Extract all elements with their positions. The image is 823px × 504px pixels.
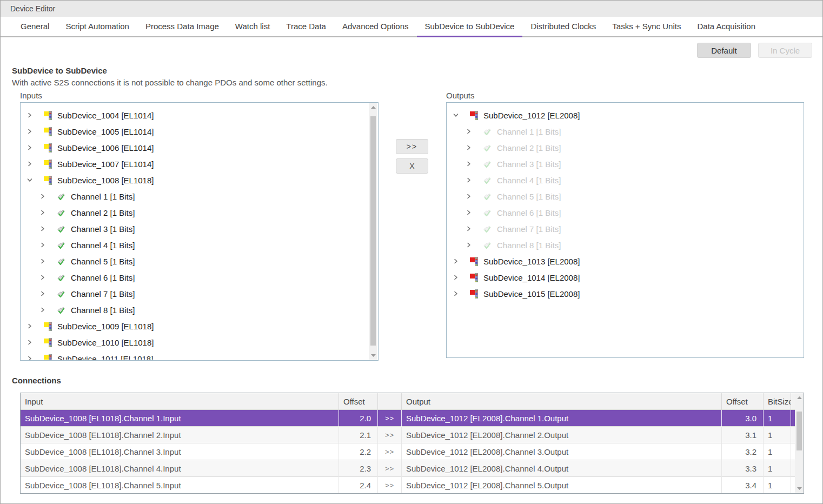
column-header-offset-in[interactable]: Offset <box>339 393 378 410</box>
channel-icon <box>57 241 66 250</box>
outputs-label: Outputs <box>446 91 475 100</box>
chevron-right-icon[interactable] <box>453 258 460 264</box>
tree-item-label: Channel 2 [1 Bits] <box>497 143 561 152</box>
tree-item[interactable]: SubDevice_1014 [EL2008] <box>447 269 803 286</box>
scroll-down-icon[interactable] <box>795 485 804 493</box>
scroll-thumb[interactable] <box>370 116 376 346</box>
tree-item[interactable]: Channel 8 [1 Bits] <box>447 237 803 253</box>
chevron-right-icon[interactable] <box>26 161 34 167</box>
column-header-arrow[interactable] <box>378 393 402 410</box>
column-header-output[interactable]: Output <box>402 393 722 410</box>
connection-row[interactable]: SubDevice_1008 [EL1018].Channel 5.Input2… <box>21 477 804 494</box>
chevron-right-icon[interactable] <box>26 128 34 135</box>
chevron-right-icon[interactable] <box>453 290 460 297</box>
chevron-right-icon[interactable] <box>26 112 34 118</box>
tree-item[interactable]: Channel 4 [1 Bits] <box>21 237 369 253</box>
chevron-right-icon[interactable] <box>466 161 473 167</box>
connection-row[interactable]: SubDevice_1008 [EL1018].Channel 2.Input2… <box>21 427 804 443</box>
scroll-up-icon[interactable] <box>795 394 804 402</box>
chevron-down-icon[interactable] <box>453 112 460 118</box>
chevron-right-icon[interactable] <box>39 226 47 232</box>
connection-input: SubDevice_1008 [EL1018].Channel 1.Input <box>21 410 339 427</box>
tab-tasks-sync-units[interactable]: Tasks + Sync Units <box>604 17 689 37</box>
inputs-scrollbar[interactable] <box>369 103 377 360</box>
chevron-right-icon[interactable] <box>39 242 47 248</box>
tree-item[interactable]: SubDevice_1008 [EL1018] <box>21 172 369 188</box>
chevron-right-icon[interactable] <box>39 209 47 216</box>
chevron-down-icon[interactable] <box>26 177 34 183</box>
input-terminal-icon <box>44 111 52 120</box>
scroll-thumb[interactable] <box>797 412 802 450</box>
channel-icon <box>483 224 492 234</box>
tree-item[interactable]: Channel 7 [1 Bits] <box>447 221 803 237</box>
tree-item[interactable]: SubDevice_1006 [EL1014] <box>21 140 369 156</box>
section-title: SubDevice to SubDevice <box>12 66 107 75</box>
chevron-right-icon[interactable] <box>466 193 473 200</box>
column-header-bitsize[interactable]: BitSize <box>764 393 791 410</box>
chevron-right-icon[interactable] <box>39 258 47 264</box>
tab-process-data-image[interactable]: Process Data Image <box>137 17 227 37</box>
tree-item[interactable]: Channel 3 [1 Bits] <box>21 221 369 237</box>
chevron-right-icon[interactable] <box>466 177 473 183</box>
chevron-right-icon[interactable] <box>26 144 34 151</box>
tab-data-acquisition[interactable]: Data Acquisition <box>689 17 764 37</box>
chevron-right-icon[interactable] <box>26 355 34 360</box>
tree-item[interactable]: Channel 6 [1 Bits] <box>21 269 369 286</box>
tree-item[interactable]: SubDevice_1007 [EL1014] <box>21 156 369 172</box>
default-button[interactable]: Default <box>697 43 751 58</box>
tree-item[interactable]: Channel 1 [1 Bits] <box>447 123 803 140</box>
tree-item[interactable]: Channel 3 [1 Bits] <box>447 156 803 172</box>
tree-item[interactable]: SubDevice_1009 [EL1018] <box>21 318 369 334</box>
chevron-right-icon[interactable] <box>466 144 473 151</box>
tree-item[interactable]: SubDevice_1005 [EL1014] <box>21 123 369 140</box>
chevron-right-icon[interactable] <box>453 274 460 281</box>
tree-item[interactable]: Channel 7 [1 Bits] <box>21 286 369 302</box>
tree-item-label: Channel 7 [1 Bits] <box>497 224 561 234</box>
tab-subdevice-to-subdevice[interactable]: SubDevice to SubDevice <box>417 17 523 37</box>
tree-item[interactable]: SubDevice_1012 [EL2008] <box>447 107 803 123</box>
tree-item[interactable]: SubDevice_1004 [EL1014] <box>21 107 369 123</box>
chevron-right-icon[interactable] <box>466 128 473 135</box>
column-header-input[interactable]: Input <box>21 393 339 410</box>
tab-watch-list[interactable]: Watch list <box>227 17 278 37</box>
column-header-offset-out[interactable]: Offset <box>722 393 764 410</box>
chevron-right-icon[interactable] <box>39 193 47 200</box>
tree-item[interactable]: Channel 2 [1 Bits] <box>447 140 803 156</box>
tree-item[interactable]: Channel 6 [1 Bits] <box>447 204 803 221</box>
tree-item[interactable]: Channel 8 [1 Bits] <box>21 302 369 318</box>
connect-button[interactable]: >> <box>396 139 428 154</box>
tree-item[interactable]: Channel 1 [1 Bits] <box>21 188 369 204</box>
tree-item[interactable]: Channel 5 [1 Bits] <box>21 253 369 269</box>
chevron-right-icon[interactable] <box>466 226 473 232</box>
chevron-right-icon[interactable] <box>466 209 473 216</box>
chevron-right-icon[interactable] <box>39 307 47 313</box>
channel-icon <box>483 208 492 217</box>
scroll-down-icon[interactable] <box>369 352 377 360</box>
chevron-right-icon[interactable] <box>26 339 34 346</box>
chevron-right-icon[interactable] <box>39 274 47 281</box>
tree-item-label: Channel 1 [1 Bits] <box>71 192 135 201</box>
chevron-right-icon[interactable] <box>39 290 47 297</box>
scroll-up-icon[interactable] <box>369 103 377 111</box>
tree-item[interactable]: SubDevice_1015 [EL2008] <box>447 286 803 302</box>
tree-item[interactable]: SubDevice_1010 [EL1018] <box>21 334 369 350</box>
tab-script-automation[interactable]: Script Automation <box>57 17 137 37</box>
tab-advanced-options[interactable]: Advanced Options <box>334 17 417 37</box>
disconnect-button[interactable]: X <box>396 158 428 174</box>
chevron-right-icon[interactable] <box>466 242 473 248</box>
connection-row[interactable]: SubDevice_1008 [EL1018].Channel 3.Input2… <box>21 443 804 460</box>
tab-general[interactable]: General <box>12 17 57 37</box>
tab-trace-data[interactable]: Trace Data <box>278 17 334 37</box>
connection-row[interactable]: SubDevice_1008 [EL1018].Channel 4.Input2… <box>21 460 804 477</box>
tree-item[interactable]: SubDevice_1013 [EL2008] <box>447 253 803 269</box>
tree-item[interactable]: Channel 2 [1 Bits] <box>21 204 369 221</box>
connection-bitsize: 1 <box>764 477 791 494</box>
connection-arrow: >> <box>378 460 402 477</box>
chevron-right-icon[interactable] <box>26 323 34 329</box>
tab-distributed-clocks[interactable]: Distributed Clocks <box>522 17 604 37</box>
tree-item[interactable]: Channel 5 [1 Bits] <box>447 188 803 204</box>
tree-item[interactable]: Channel 4 [1 Bits] <box>447 172 803 188</box>
tree-item[interactable]: SubDevice_1011 [EL1018] <box>21 350 369 360</box>
connections-scrollbar[interactable] <box>795 394 804 493</box>
connection-row[interactable]: SubDevice_1008 [EL1018].Channel 1.Input2… <box>21 410 804 427</box>
